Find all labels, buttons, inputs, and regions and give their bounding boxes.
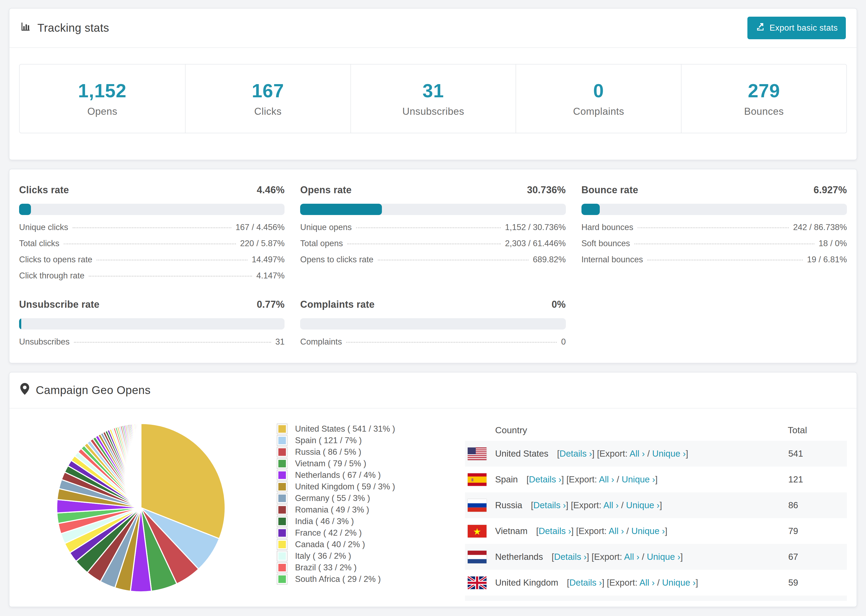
export-all-link[interactable]: All › <box>603 500 619 510</box>
legend-swatch <box>277 470 288 481</box>
legend-swatch <box>277 435 288 446</box>
country-name: Vietnam <box>495 526 527 536</box>
flag-nl <box>468 551 487 563</box>
legend-label: Netherlands ( 67 / 4% ) <box>295 470 381 480</box>
legend-swatch <box>277 539 288 550</box>
campaign-geo-opens-card: Campaign Geo Opens United States ( 541 /… <box>9 372 857 607</box>
export-unique-link[interactable]: Unique › <box>647 552 680 562</box>
country-name: United Kingdom <box>495 578 558 588</box>
rate-detail-row: Soft bounces18 / 0% <box>581 239 847 247</box>
dashboard-page: Tracking stats Export basic stats 1,152O… <box>0 0 866 616</box>
dotted-leader <box>347 244 501 244</box>
legend-swatch <box>277 493 288 504</box>
dotted-leader <box>647 259 803 261</box>
rate-panel-opens-rate: Opens rate30.736%Unique opens1,152 / 30.… <box>300 184 565 280</box>
tracking-stats-card: Tracking stats Export basic stats 1,152O… <box>9 8 857 160</box>
rates-card: Clicks rate4.46%Unique clicks167 / 4.456… <box>9 169 857 363</box>
export-all-link[interactable]: All › <box>639 578 655 588</box>
rate-detail-label: Unique opens <box>300 223 351 232</box>
rate-detail-row: Total clicks220 / 5.87% <box>19 239 285 247</box>
rate-detail-label: Soft bounces <box>581 239 630 248</box>
column-header-total: Total <box>788 425 847 435</box>
table-row: United Kingdom[Details ›] [Export: All ›… <box>465 570 847 596</box>
rate-detail-label: Opens to clicks rate <box>300 255 373 264</box>
summary-value: 1,152 <box>20 80 185 102</box>
summary-tile-opens: 1,152Opens <box>20 64 185 133</box>
country-links: [Details ›] [Export: All › / Unique ›] <box>531 500 662 511</box>
legend-item: Netherlands ( 67 / 4% ) <box>277 469 465 481</box>
export-all-link[interactable]: All › <box>599 475 614 484</box>
legend-label: Spain ( 121 / 7% ) <box>295 436 362 445</box>
table-row: Russia[Details ›] [Export: All › / Uniqu… <box>465 492 847 518</box>
export-all-link[interactable]: All › <box>630 449 645 459</box>
geo-body: United States ( 541 / 31% )Spain ( 121 /… <box>9 409 857 601</box>
legend-label: Brazil ( 33 / 2% ) <box>295 563 357 572</box>
country-name: Russia <box>495 500 522 511</box>
summary-label: Bounces <box>682 106 846 117</box>
rate-title: Opens rate <box>300 184 351 196</box>
details-link[interactable]: Details › <box>569 578 602 588</box>
country-name: Netherlands <box>495 552 543 562</box>
details-link[interactable]: Details › <box>539 526 571 536</box>
dotted-leader <box>89 276 252 277</box>
rate-progress-fill <box>19 318 21 330</box>
summary-value: 31 <box>351 80 516 102</box>
legend-label: South Africa ( 29 / 2% ) <box>295 574 381 584</box>
bar-chart-icon <box>20 21 31 35</box>
details-link[interactable]: Details › <box>554 552 587 562</box>
rate-detail-value: 19 / 6.81% <box>807 255 847 264</box>
legend-swatch <box>277 551 288 561</box>
rate-detail-row: Complaints0 <box>300 337 565 346</box>
legend-swatch <box>277 504 288 515</box>
export-unique-link[interactable]: Unique › <box>631 526 665 536</box>
country-name: Spain <box>495 475 518 485</box>
rate-detail-label: Total opens <box>300 239 343 248</box>
export-unique-link[interactable]: Unique › <box>652 449 686 459</box>
map-pin-icon <box>20 383 29 398</box>
total-value: 59 <box>788 578 847 588</box>
dotted-leader <box>96 259 247 261</box>
details-link[interactable]: Details › <box>529 475 562 484</box>
export-unique-link[interactable]: Unique › <box>622 475 655 484</box>
flag-vn <box>468 525 487 537</box>
legend-label: Canada ( 40 / 2% ) <box>295 540 365 549</box>
legend-swatch <box>277 481 288 492</box>
details-link[interactable]: Details › <box>533 500 566 510</box>
total-value: 79 <box>788 526 847 536</box>
rate-title-row: Bounce rate6.927% <box>581 184 847 196</box>
country-cell: Vietnam[Details ›] [Export: All › / Uniq… <box>465 525 788 537</box>
legend-label: Italy ( 36 / 2% ) <box>295 551 351 561</box>
summary-tile-bounces: 279Bounces <box>681 64 846 133</box>
table-row: Spain[Details ›] [Export: All › / Unique… <box>465 467 847 492</box>
rate-detail-row: Click through rate4.147% <box>19 271 285 280</box>
legend-item: South Africa ( 29 / 2% ) <box>277 573 465 585</box>
export-unique-link[interactable]: Unique › <box>662 578 696 588</box>
export-all-link[interactable]: All › <box>624 552 639 562</box>
geo-title: Campaign Geo Opens <box>36 384 151 397</box>
geo-title-wrap: Campaign Geo Opens <box>20 383 151 398</box>
rate-title-row: Unsubscribe rate0.77% <box>19 299 285 310</box>
rate-progress-track <box>300 204 565 215</box>
rate-progress-track <box>300 318 565 330</box>
legend-label: Russia ( 86 / 5% ) <box>295 447 361 457</box>
rate-detail-row: Internal bounces19 / 6.81% <box>581 255 847 263</box>
export-unique-link[interactable]: Unique › <box>626 500 660 510</box>
export-all-link[interactable]: All › <box>609 526 624 536</box>
dotted-leader <box>378 259 529 261</box>
summary-label: Complaints <box>516 106 681 117</box>
country-cell: United Kingdom[Details ›] [Export: All ›… <box>465 577 788 589</box>
pie-legend: United States ( 541 / 31% )Spain ( 121 /… <box>277 409 465 601</box>
country-cell: Netherlands[Details ›] [Export: All › / … <box>465 551 788 563</box>
summary-tile-complaints: 0Complaints <box>516 64 681 133</box>
legend-item: India ( 46 / 3% ) <box>277 515 465 527</box>
table-row: Germany[Details ›] [Export: All › / Uniq… <box>465 596 847 601</box>
dotted-leader <box>635 244 814 244</box>
export-basic-stats-button[interactable]: Export basic stats <box>747 17 846 39</box>
details-link[interactable]: Details › <box>559 449 592 459</box>
rate-panel-complaints-rate: Complaints rate0%Complaints0 <box>300 299 565 346</box>
rate-detail-value: 689.82% <box>533 255 565 264</box>
country-links: [Details ›] [Export: All › / Unique ›] <box>552 552 683 562</box>
rate-detail-label: Complaints <box>300 337 342 347</box>
legend-item: Romania ( 49 / 3% ) <box>277 504 465 515</box>
geo-table-body: United States[Details ›] [Export: All › … <box>465 441 847 601</box>
